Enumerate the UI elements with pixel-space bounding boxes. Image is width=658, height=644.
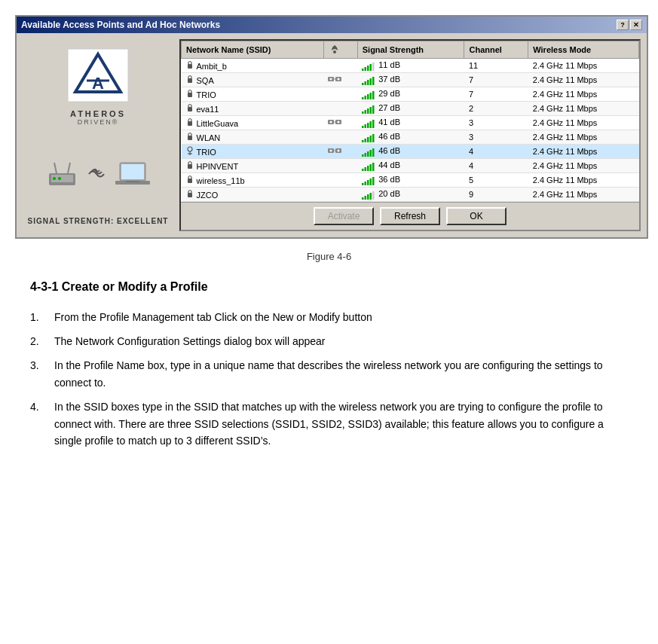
- list-item-number: 4.: [30, 398, 45, 449]
- mode-cell: 2.4 GHz 11 Mbps: [528, 116, 639, 130]
- channel-cell: 3: [464, 116, 528, 130]
- dialog-window: Available Access Points and Ad Hoc Netwo…: [15, 15, 648, 239]
- table-row[interactable]: TRIO46 dB42.4 GHz 11 Mbps: [182, 145, 639, 159]
- svg-rect-16: [362, 69, 364, 71]
- table-row[interactable]: LittleGuava41 dB32.4 GHz 11 Mbps: [182, 116, 639, 130]
- device-illustration: [45, 159, 151, 189]
- channel-cell: 3: [464, 130, 528, 145]
- network-icon-cell: [323, 145, 357, 159]
- svg-rect-81: [362, 183, 364, 185]
- list-item: 2.The Network Configuration Settings dia…: [30, 333, 628, 349]
- atheros-logo: A ATHEROS DRIVEN®: [64, 45, 132, 126]
- mode-cell: 2.4 GHz 11 Mbps: [528, 173, 639, 188]
- svg-rect-31: [372, 77, 375, 85]
- mode-cell: 2.4 GHz 11 Mbps: [528, 73, 639, 87]
- list-item-text: The Network Configuration Settings dialo…: [54, 333, 628, 349]
- channel-cell: 7: [464, 87, 528, 102]
- channel-cell: 11: [464, 59, 528, 73]
- network-name-cell: eva11: [182, 102, 324, 116]
- list-item-text: From the Profile Management tab Click on…: [54, 309, 628, 325]
- svg-rect-69: [362, 154, 364, 157]
- ok-button[interactable]: OK: [446, 207, 507, 225]
- mode-cell: 2.4 GHz 11 Mbps: [528, 102, 639, 116]
- signal-cell: 44 dB: [357, 159, 464, 173]
- list-item-text: In the SSID boxes type in the SSID that …: [54, 398, 628, 449]
- signal-cell: 46 dB: [357, 130, 464, 145]
- col-channel: Channel: [464, 41, 528, 59]
- refresh-button[interactable]: Refresh: [380, 207, 440, 225]
- table-row[interactable]: HPINVENT44 dB42.4 GHz 11 Mbps: [182, 159, 639, 173]
- svg-point-48: [330, 121, 332, 124]
- svg-rect-42: [370, 107, 372, 114]
- col-signal: Signal Strength: [357, 41, 464, 59]
- table-row[interactable]: wireless_11b36 dB52.4 GHz 11 Mbps: [182, 173, 639, 188]
- signal-cell: 37 dB: [357, 73, 464, 87]
- svg-rect-86: [188, 193, 192, 197]
- svg-rect-72: [370, 150, 372, 157]
- col-icon: [323, 41, 357, 59]
- channel-cell: 4: [464, 159, 528, 173]
- close-button[interactable]: ✕: [630, 20, 642, 30]
- network-name-cell: HPINVENT: [182, 159, 324, 173]
- table-container: Network Name (SSID) Signal Strength Chan…: [181, 41, 639, 202]
- svg-point-68: [338, 150, 340, 152]
- figure-caption: Figure 4-6: [15, 251, 643, 262]
- svg-rect-43: [372, 105, 375, 114]
- table-row[interactable]: SQA37 dB72.4 GHz 11 Mbps: [182, 73, 639, 87]
- svg-point-26: [338, 78, 340, 81]
- wifi-waves-icon: [85, 163, 108, 185]
- svg-rect-34: [365, 96, 367, 99]
- svg-rect-90: [370, 193, 372, 200]
- svg-point-49: [338, 121, 340, 124]
- network-icon-cell: [323, 130, 357, 145]
- svg-rect-13: [126, 181, 139, 182]
- svg-rect-18: [367, 66, 369, 71]
- channel-cell: 5: [464, 173, 528, 188]
- svg-rect-74: [188, 164, 192, 169]
- svg-point-25: [330, 78, 332, 81]
- signal-strength-label: SIGNAL STRENGTH: EXCELLENT: [28, 217, 169, 225]
- svg-rect-78: [370, 164, 372, 171]
- network-table-body: Ambit_b11 dB112.4 GHz 11 MbpsSQA37 dB72.…: [182, 59, 639, 202]
- table-row[interactable]: TRIO29 dB72.4 GHz 11 Mbps: [182, 87, 639, 102]
- svg-rect-83: [367, 180, 369, 185]
- svg-rect-52: [367, 123, 369, 128]
- col-ssid: Network Name (SSID): [182, 41, 324, 59]
- channel-cell: 7: [464, 73, 528, 87]
- titlebar-buttons: ? ✕: [617, 20, 642, 30]
- network-icon-cell: [323, 87, 357, 102]
- signal-cell: 36 dB: [357, 173, 464, 188]
- network-name-cell: Ambit_b: [182, 59, 324, 73]
- table-row[interactable]: eva1127 dB22.4 GHz 11 Mbps: [182, 102, 639, 116]
- svg-rect-87: [362, 197, 364, 200]
- svg-text:A: A: [92, 74, 104, 93]
- network-icon-cell: [323, 116, 357, 130]
- svg-rect-54: [372, 120, 375, 128]
- svg-rect-89: [367, 194, 369, 200]
- svg-point-8: [53, 177, 56, 180]
- network-table: Network Name (SSID) Signal Strength Chan…: [181, 41, 639, 202]
- lock-icon: [186, 105, 194, 114]
- svg-rect-32: [188, 93, 192, 97]
- table-row[interactable]: Ambit_b11 dB112.4 GHz 11 Mbps: [182, 59, 639, 73]
- logo-svg: A: [64, 45, 132, 109]
- network-icon-cell: [323, 173, 357, 188]
- network-name-cell: TRIO: [182, 145, 324, 159]
- svg-rect-53: [370, 121, 372, 128]
- list-item: 1.From the Profile Management tab Click …: [30, 309, 628, 325]
- table-row[interactable]: WLAN46 dB32.4 GHz 11 Mbps: [182, 130, 639, 145]
- svg-rect-27: [362, 83, 364, 85]
- svg-point-9: [58, 177, 61, 180]
- svg-rect-57: [365, 139, 367, 142]
- table-row[interactable]: JZCO20 dB92.4 GHz 11 Mbps: [182, 188, 639, 202]
- activate-button[interactable]: Activate: [314, 207, 374, 225]
- network-name-cell: TRIO: [182, 87, 324, 102]
- help-button[interactable]: ?: [617, 20, 629, 30]
- lock-icon: [186, 177, 194, 185]
- signal-cell: 46 dB: [357, 145, 464, 159]
- signal-cell: 29 dB: [357, 87, 464, 102]
- list-item-number: 3.: [30, 357, 45, 391]
- brand-name: ATHEROS: [70, 109, 126, 118]
- svg-rect-88: [365, 196, 367, 200]
- svg-rect-38: [188, 107, 192, 111]
